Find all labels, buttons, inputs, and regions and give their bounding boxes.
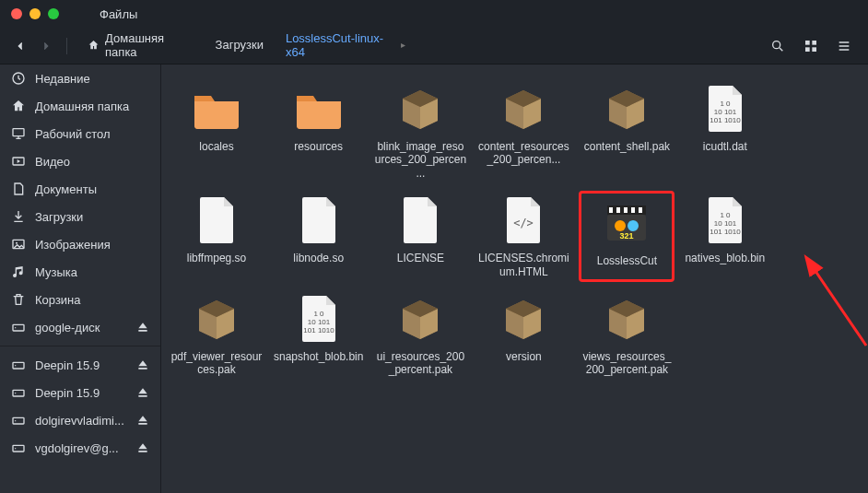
sidebar-item-label: Музыка	[35, 265, 77, 279]
file-label: libnode.so	[293, 252, 344, 264]
package-icon	[191, 293, 242, 345]
search-icon	[770, 39, 785, 53]
file-label: pdf_viewer_resources.pak	[170, 350, 263, 377]
file-label: locales	[199, 140, 233, 153]
sidebar-item-label: dolgirevvladimi...	[35, 414, 124, 428]
file-item-locales[interactable]: locales	[169, 79, 264, 183]
svg-point-14	[15, 365, 16, 366]
sidebar-item-корзина[interactable]: Корзина	[0, 286, 160, 313]
grid-icon	[803, 39, 818, 53]
media-icon: 321	[601, 197, 652, 249]
file-item-content-resources-200-percen-[interactable]: content_resources_200_percen...	[475, 79, 571, 183]
file-label: content_resources_200_percen...	[477, 140, 569, 167]
breadcrumb-home[interactable]: Домашняя папка	[78, 26, 203, 66]
package-icon	[498, 83, 549, 135]
file-item-pdf-viewer-resources-pak[interactable]: pdf_viewer_resources.pak	[169, 289, 264, 381]
svg-text:101 1010: 101 1010	[710, 228, 741, 236]
eject-icon[interactable]	[136, 386, 149, 399]
package-icon	[601, 293, 652, 345]
file-item-license[interactable]: LICENSE	[372, 191, 468, 282]
svg-text:1 0: 1 0	[720, 211, 731, 219]
svg-rect-19	[13, 445, 24, 452]
sidebar-item-недавние[interactable]: Недавние	[0, 65, 160, 92]
window-minimize[interactable]	[29, 8, 41, 19]
breadcrumb-downloads[interactable]: Загрузки	[206, 32, 273, 59]
breadcrumb-current[interactable]: LosslessCut-linux-x64 ▸	[276, 26, 415, 66]
file-content-area[interactable]: localesresourcesblink_image_resources_20…	[161, 65, 868, 493]
sidebar-item-документы[interactable]: Документы	[0, 175, 160, 203]
sidebar-item-label: Корзина	[35, 293, 81, 307]
svg-point-32	[615, 220, 626, 231]
hamburger-menu-button[interactable]	[831, 33, 857, 59]
eject-icon[interactable]	[136, 414, 149, 427]
separator	[66, 38, 67, 54]
svg-point-18	[15, 420, 16, 421]
svg-rect-30	[639, 207, 642, 213]
file-item-icudtl-dat[interactable]: 1 010 101101 1010icudtl.dat	[682, 79, 768, 183]
file-item-content-shell-pak[interactable]: content_shell.pak	[579, 79, 674, 183]
window-title: Файлы	[100, 7, 137, 21]
sidebar-item-label: Загрузки	[35, 210, 83, 224]
file-item-views-resources-200-percent-pak[interactable]: views_resources_200_percent.pak	[579, 289, 674, 381]
svg-text:321: 321	[620, 231, 634, 241]
trash-icon	[11, 292, 26, 307]
window-maximize[interactable]	[48, 8, 59, 19]
file-item-resources[interactable]: resources	[272, 79, 365, 183]
chevron-right-icon	[40, 40, 53, 53]
file-item-libnode-so[interactable]: libnode.so	[272, 191, 365, 282]
svg-rect-29	[631, 207, 635, 213]
sidebar-item-музыка[interactable]: Музыка	[0, 258, 160, 286]
svg-rect-7	[13, 129, 24, 136]
sidebar-item-label: google-диск	[35, 321, 100, 335]
sidebar-item-label: Документы	[35, 182, 97, 196]
file-item-ui-resources-200-percent-pak[interactable]: ui_resources_200_percent.pak	[372, 289, 468, 381]
sidebar-item-google-диск[interactable]: google-диск	[0, 313, 160, 341]
drive-icon	[11, 358, 26, 372]
breadcrumb: Домашняя папка Загрузки LosslessCut-linu…	[78, 26, 415, 66]
sidebar-item-vgdolgirev-g-[interactable]: vgdolgirev@g...	[0, 434, 160, 462]
svg-point-12	[15, 327, 16, 328]
search-button[interactable]	[765, 33, 791, 59]
svg-point-20	[15, 448, 16, 449]
breadcrumb-home-label: Домашняя папка	[105, 31, 194, 59]
file-label: content_shell.pak	[584, 140, 670, 153]
svg-text:10 101: 10 101	[307, 318, 330, 326]
file-label: blink_image_resources_200_percen...	[374, 140, 466, 180]
eject-icon[interactable]	[136, 441, 149, 454]
eject-icon[interactable]	[136, 321, 149, 334]
svg-rect-15	[13, 390, 24, 396]
svg-rect-11	[13, 324, 24, 331]
sidebar-item-изображения[interactable]: Изображения	[0, 230, 160, 258]
file-item-blink-image-resources-200-percen-[interactable]: blink_image_resources_200_percen...	[372, 79, 468, 183]
breadcrumb-current-label: LosslessCut-linux-x64	[286, 31, 395, 59]
video-icon	[11, 154, 26, 169]
file-item-licenses-chromium-html[interactable]: </>LICENSES.chromium.HTML	[475, 191, 571, 282]
sidebar-item-deepin-15-9[interactable]: Deepin 15.9	[0, 379, 160, 406]
svg-text:10 101: 10 101	[714, 108, 737, 116]
sidebar-item-dolgirevvladimi-[interactable]: dolgirevvladimi...	[0, 406, 160, 434]
sidebar-item-домашняя-папка[interactable]: Домашняя папка	[0, 92, 160, 120]
forward-button[interactable]	[37, 37, 55, 55]
view-toggle-button[interactable]	[798, 33, 824, 59]
svg-rect-2	[805, 41, 810, 45]
html-icon: </>	[498, 194, 549, 246]
file-item-version[interactable]: version	[475, 289, 571, 381]
eject-icon[interactable]	[136, 358, 149, 371]
svg-point-0	[773, 41, 780, 48]
back-button[interactable]	[11, 37, 29, 55]
file-item-natives-blob-bin[interactable]: 1 010 101101 1010natives_blob.bin	[682, 191, 768, 282]
sidebar-item-deepin-15-9[interactable]: Deepin 15.9	[0, 351, 160, 379]
svg-rect-17	[13, 417, 24, 424]
sidebar: НедавниеДомашняя папкаРабочий столВидеоД…	[0, 65, 161, 493]
sidebar-item-label: Deepin 15.9	[35, 386, 100, 400]
file-label: resources	[294, 140, 343, 153]
file-item-snapshot-blob-bin[interactable]: 1 010 101101 1010snapshot_blob.bin	[272, 289, 365, 381]
window-close[interactable]	[11, 8, 22, 19]
sidebar-item-рабочий-стол[interactable]: Рабочий стол	[0, 120, 160, 147]
sidebar-item-загрузки[interactable]: Загрузки	[0, 203, 160, 230]
file-item-libffmpeg-so[interactable]: libffmpeg.so	[169, 191, 264, 282]
sidebar-item-видео[interactable]: Видео	[0, 147, 160, 175]
file-item-losslesscut[interactable]: 321LosslessCut	[579, 191, 674, 282]
sidebar-item-label: vgdolgirev@g...	[35, 441, 119, 455]
svg-line-1	[780, 48, 782, 51]
